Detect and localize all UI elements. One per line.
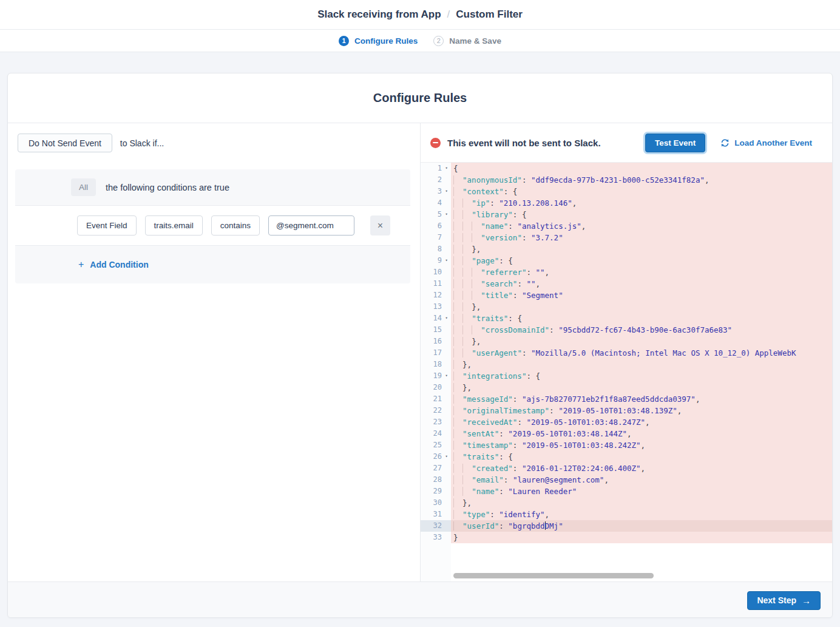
- fold-arrow-icon[interactable]: ▾: [442, 370, 451, 382]
- editor-line[interactable]: 15 "crossDomainId": "95cbdd72-fc67-4b43-…: [421, 324, 832, 336]
- editor-line[interactable]: 11 "search": "",: [421, 278, 832, 290]
- remove-condition-button[interactable]: ×: [370, 215, 390, 236]
- line-number: 27: [421, 463, 442, 474]
- line-number: 7: [421, 232, 442, 243]
- editor-line[interactable]: 22 "originalTimestamp": "2019-05-10T01:0…: [421, 405, 832, 416]
- editor-line[interactable]: 29 "name": "Lauren Reeder": [421, 486, 832, 497]
- editor-line[interactable]: 25 "timestamp": "2019-05-10T01:03:48.242…: [421, 439, 832, 451]
- operator-all-chip[interactable]: All: [71, 178, 96, 196]
- line-number: 14: [421, 313, 442, 324]
- load-another-event-link[interactable]: Load Another Event: [720, 138, 812, 147]
- editor-code-text: "receivedAt": "2019-05-10T01:03:48.247Z"…: [451, 416, 832, 428]
- editor-line[interactable]: 9▾ "page": {: [421, 255, 832, 266]
- editor-line[interactable]: 24 "sentAt": "2019-05-10T01:03:48.144Z",: [421, 428, 832, 439]
- editor-line[interactable]: 28 "email": "lauren@segment.com",: [421, 474, 832, 486]
- editor-line[interactable]: 17 "userAgent": "Mozilla/5.0 (Macintosh;…: [421, 347, 832, 359]
- fold-spacer: [442, 359, 451, 370]
- editor-line[interactable]: 21 "messageId": "ajs-7b8270771eb2f1f8a87…: [421, 393, 832, 405]
- line-number: 10: [421, 266, 442, 278]
- editor-line[interactable]: 31 "type": "identify",: [421, 509, 832, 520]
- editor-line[interactable]: 33}: [421, 532, 832, 543]
- condition-field-type-button[interactable]: Event Field: [77, 215, 137, 236]
- editor-line[interactable]: 5▾ "library": {: [421, 209, 832, 220]
- fold-arrow-icon[interactable]: ▾: [442, 313, 451, 324]
- editor-code-text: "originalTimestamp": "2019-05-10T01:03:4…: [451, 405, 832, 416]
- editor-line[interactable]: 12 "title": "Segment": [421, 290, 832, 301]
- fold-spacer: [442, 290, 451, 301]
- editor-gutter: 15: [421, 324, 451, 336]
- editor-code-text: "page": {: [451, 255, 832, 266]
- editor-line[interactable]: 27 "created": "2016-01-12T02:24:06.400Z"…: [421, 463, 832, 474]
- editor-line[interactable]: 7 "version": "3.7.2": [421, 232, 832, 243]
- test-event-button[interactable]: Test Event: [645, 134, 705, 152]
- step-name-save[interactable]: 2 Name & Save: [433, 36, 501, 46]
- editor-line[interactable]: 32 "userId": "bgrqbddDMj": [421, 520, 832, 532]
- editor-gutter: 3▾: [421, 186, 451, 197]
- editor-code-text: },: [451, 497, 832, 509]
- fold-spacer: [442, 439, 451, 451]
- editor-line[interactable]: 23 "receivedAt": "2019-05-10T01:03:48.24…: [421, 416, 832, 428]
- line-number: 13: [421, 301, 442, 313]
- fold-arrow-icon[interactable]: ▾: [442, 255, 451, 266]
- editor-code-text: "sentAt": "2019-05-10T01:03:48.144Z",: [451, 428, 832, 439]
- editor-line[interactable]: 30 },: [421, 497, 832, 509]
- horizontal-scrollbar-thumb[interactable]: [453, 573, 654, 578]
- line-number: 24: [421, 428, 442, 439]
- fold-spacer: [442, 405, 451, 416]
- page-title: Configure Rules: [373, 91, 467, 105]
- fold-spacer: [442, 428, 451, 439]
- editor-gutter: 22: [421, 405, 451, 416]
- fold-spacer: [442, 497, 451, 509]
- add-condition-button[interactable]: + Add Condition: [78, 259, 149, 270]
- fold-spacer: [442, 393, 451, 405]
- editor-line[interactable]: 2 "anonymousId": "ddf9ecda-977b-4231-b00…: [421, 174, 832, 186]
- editor-line[interactable]: 14▾ "traits": {: [421, 313, 832, 324]
- editor-gutter: 28: [421, 474, 451, 486]
- line-number: 11: [421, 278, 442, 290]
- breadcrumb-destination[interactable]: Slack receiving from App: [317, 8, 441, 21]
- condition-value-input[interactable]: [268, 215, 354, 236]
- fold-arrow-icon[interactable]: ▾: [442, 186, 451, 197]
- card-footer: Next Step →: [8, 581, 832, 618]
- line-number: 18: [421, 359, 442, 370]
- editor-code-text: "created": "2016-01-12T02:24:06.400Z",: [451, 463, 832, 474]
- editor-gutter-fill: [421, 543, 451, 581]
- rule-suffix-text: to Slack if...: [120, 138, 164, 148]
- fold-spacer: [442, 336, 451, 347]
- editor-gutter: 16: [421, 336, 451, 347]
- fold-arrow-icon[interactable]: ▾: [442, 209, 451, 220]
- step-configure-rules[interactable]: 1 Configure Rules: [339, 36, 418, 46]
- fold-spacer: [442, 474, 451, 486]
- editor-line[interactable]: 8 },: [421, 243, 832, 255]
- line-number: 1: [421, 163, 442, 174]
- next-step-button[interactable]: Next Step →: [747, 591, 821, 610]
- rule-action-button[interactable]: Do Not Send Event: [18, 134, 112, 152]
- fold-arrow-icon[interactable]: ▾: [442, 451, 451, 463]
- editor-code-text: "name": "analytics.js",: [451, 220, 832, 232]
- editor-line[interactable]: 19▾ "integrations": {: [421, 370, 832, 382]
- condition-operator-button[interactable]: contains: [211, 215, 260, 236]
- editor-code-text: "userAgent": "Mozilla/5.0 (Macintosh; In…: [451, 347, 832, 359]
- editor-line[interactable]: 1▾{: [421, 163, 832, 174]
- editor-line[interactable]: 10 "referrer": "",: [421, 266, 832, 278]
- editor-line[interactable]: 20 },: [421, 382, 832, 393]
- editor-line[interactable]: 16 },: [421, 336, 832, 347]
- editor-code-text: },: [451, 243, 832, 255]
- preview-status-text: This event will not be sent to Slack.: [447, 138, 601, 148]
- json-event-editor[interactable]: 1▾{2 "anonymousId": "ddf9ecda-977b-4231-…: [421, 162, 832, 581]
- fold-arrow-icon[interactable]: ▾: [442, 163, 451, 174]
- condition-field-path-button[interactable]: traits.email: [145, 215, 203, 236]
- breadcrumb-current: Custom Filter: [456, 8, 523, 21]
- editor-line[interactable]: 4 "ip": "210.13.208.146",: [421, 197, 832, 209]
- editor-gutter: 6: [421, 220, 451, 232]
- editor-code-text: "version": "3.7.2": [451, 232, 832, 243]
- fold-spacer: [442, 532, 451, 543]
- editor-line[interactable]: 26▾ "traits": {: [421, 451, 832, 463]
- editor-line[interactable]: 6 "name": "analytics.js",: [421, 220, 832, 232]
- editor-line[interactable]: 3▾ "context": {: [421, 186, 832, 197]
- editor-gutter: 30: [421, 497, 451, 509]
- editor-code-text: "anonymousId": "ddf9ecda-977b-4231-b000-…: [451, 174, 832, 186]
- editor-line[interactable]: 13 },: [421, 301, 832, 313]
- editor-gutter: 21: [421, 393, 451, 405]
- editor-line[interactable]: 18 },: [421, 359, 832, 370]
